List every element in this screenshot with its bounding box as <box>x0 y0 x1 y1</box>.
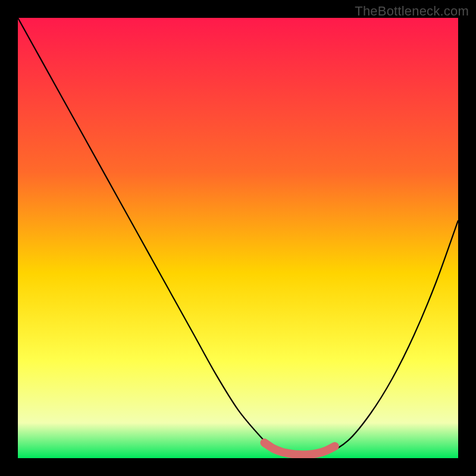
watermark: TheBottleneck.com <box>355 4 469 19</box>
gradient-background <box>18 18 458 458</box>
plot-area <box>18 18 458 458</box>
chart-svg <box>18 18 458 458</box>
chart-frame: TheBottleneck.com <box>0 0 476 476</box>
